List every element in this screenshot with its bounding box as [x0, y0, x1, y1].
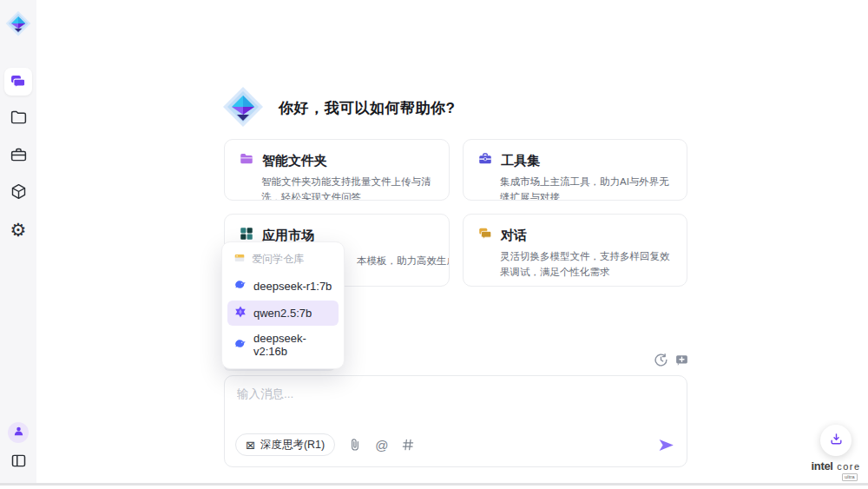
card-title: 智能文件夹: [262, 153, 327, 169]
attachment-icon[interactable]: [348, 438, 362, 452]
new-chat-icon[interactable]: [674, 353, 689, 371]
panel-icon: [10, 452, 28, 470]
deepseek-icon: [233, 278, 247, 294]
message-composer: ⊠ 深度思考(R1) @: [224, 375, 687, 467]
card-description: 智能文件夹功能支持批量文件上传与清洗，轻松实现文件问答: [261, 175, 435, 201]
download-icon: [829, 432, 844, 450]
qwen-icon: [233, 305, 247, 321]
user-avatar[interactable]: [8, 422, 29, 443]
toolbox-filled-icon: [477, 151, 493, 170]
core-logo-text: core: [837, 461, 860, 472]
model-option-qwen[interactable]: qwen2.5:7b: [227, 301, 339, 326]
model-group-label: 爱问学仓库: [252, 252, 304, 267]
card-description: 集成市场上主流工具，助力AI与外界无缝扩展与对接: [500, 175, 673, 201]
model-group-header: 爱问学仓库: [227, 248, 339, 272]
intel-core-logo: intel core ultra: [809, 458, 863, 481]
intel-logo-text: intel: [811, 459, 832, 472]
card-dialogue[interactable]: 对话 灵活切换多模型文件，支持多样回复效果调试，满足个性化需求: [463, 214, 687, 287]
sidebar-item-toolbox[interactable]: [4, 141, 32, 169]
mention-icon[interactable]: @: [375, 438, 388, 453]
page-title: 你好，我可以如何帮助你?: [279, 98, 455, 118]
model-option-label: qwen2.5:7b: [253, 307, 312, 320]
model-option-deepseek-v2[interactable]: deepseek-v2:16b: [227, 327, 339, 362]
prompt-grid-icon[interactable]: [401, 438, 415, 452]
model-option-deepseek-r1[interactable]: deepseek-r1:7b: [227, 274, 339, 299]
ultra-badge: ultra: [842, 473, 858, 481]
collapse-sidebar-button[interactable]: [4, 446, 32, 474]
message-input[interactable]: [237, 387, 671, 425]
card-title: 工具集: [501, 153, 540, 169]
history-icon[interactable]: [654, 353, 668, 371]
chat-gold-icon: [477, 226, 493, 245]
folder-filled-icon: [239, 151, 254, 170]
chat-bubbles-icon: [10, 73, 27, 90]
sidebar-item-settings[interactable]: ⚙: [4, 215, 32, 243]
deep-think-label: 深度思考(R1): [260, 438, 325, 453]
sidebar-item-chat[interactable]: [4, 68, 32, 96]
sidebar: ⚙: [0, 0, 36, 483]
card-smart-folder[interactable]: 智能文件夹 智能文件夹功能支持批量文件上传与清洗，轻松实现文件问答: [224, 139, 450, 201]
download-button[interactable]: [820, 425, 852, 456]
card-title: 对话: [501, 228, 527, 244]
model-option-label: deepseek-v2:16b: [253, 332, 332, 358]
deep-think-icon: ⊠: [246, 439, 255, 452]
card-description-fragment: 本模板，助力高效生成多: [357, 254, 450, 268]
send-icon[interactable]: [657, 436, 675, 454]
deep-think-toggle[interactable]: ⊠ 深度思考(R1): [235, 433, 335, 456]
deepseek-icon: [233, 337, 247, 354]
composer-toolbar: ⊠ 深度思考(R1) @: [235, 433, 675, 457]
gear-icon: ⚙: [10, 221, 27, 239]
sidebar-item-folders[interactable]: [4, 103, 32, 131]
app-logo-icon: [5, 10, 31, 36]
window-bottom-edge: [0, 483, 868, 486]
card-toolset[interactable]: 工具集 集成市场上主流工具，助力AI与外界无缝扩展与对接: [463, 139, 687, 201]
repository-icon: [233, 252, 246, 267]
model-option-label: deepseek-r1:7b: [253, 280, 332, 293]
sidebar-item-models[interactable]: [4, 177, 32, 205]
greeting-logo-icon: [222, 86, 264, 128]
person-icon: [12, 425, 25, 441]
card-description: 灵活切换多模型文件，支持多样回复效果调试，满足个性化需求: [500, 249, 673, 281]
model-dropdown-menu: 爱问学仓库 deepseek-r1:7b qwen2.5:7b deepseek…: [221, 241, 345, 369]
cube-icon: [10, 182, 28, 201]
folder-icon: [10, 109, 28, 127]
briefcase-icon: [10, 146, 28, 164]
